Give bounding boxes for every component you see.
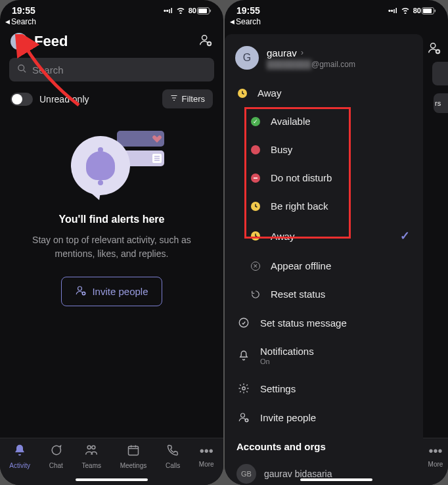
status-option-brb[interactable]: Be right back: [225, 192, 423, 220]
home-indicator: [300, 478, 372, 481]
status-icons: ••ıl 80: [164, 6, 212, 15]
header: G Feed: [0, 29, 223, 58]
search-icon: [17, 64, 27, 76]
unread-toggle[interactable]: Unread only: [11, 93, 89, 106]
settings[interactable]: Settings: [225, 374, 423, 403]
profile-avatar[interactable]: G: [11, 33, 28, 50]
profile-name: gaurav ›: [267, 47, 413, 58]
wifi-icon: [400, 6, 411, 15]
accounts-section-title: Accounts and orgs: [225, 432, 423, 457]
battery-icon: 80: [189, 7, 212, 14]
status-option-offline[interactable]: ✕ Appear offline: [225, 252, 423, 280]
dnd-status-icon: [251, 173, 260, 183]
screen-left: 19:55 ••ıl 80 ◀Search G Feed Search: [0, 0, 223, 485]
reset-icon: [251, 290, 260, 299]
back-to-search[interactable]: ◀Search: [225, 17, 448, 29]
svg-point-18: [239, 318, 248, 327]
chevron-right-icon: ›: [301, 48, 303, 57]
status-option-dnd[interactable]: Do not disturb: [225, 164, 423, 192]
teams-icon: [85, 444, 98, 460]
page-title: Feed: [34, 33, 192, 50]
add-person-icon[interactable]: [427, 41, 441, 58]
svg-rect-1: [198, 9, 207, 13]
phone-icon: [166, 444, 179, 460]
edit-icon: [238, 317, 250, 329]
status-time: 19:55: [236, 5, 260, 16]
account-avatar: GB: [236, 464, 256, 484]
calendar-icon: [127, 444, 140, 460]
tab-calls[interactable]: Calls: [166, 444, 180, 469]
svg-rect-17: [254, 177, 258, 179]
tab-chat[interactable]: Chat: [49, 444, 63, 469]
status-time: 19:55: [12, 5, 35, 16]
add-person-icon[interactable]: [198, 33, 213, 50]
back-to-search[interactable]: ◀Search: [0, 17, 223, 29]
svg-point-3: [202, 35, 207, 40]
bell-icon: [13, 444, 26, 460]
gear-icon: [238, 382, 250, 394]
status-option-available[interactable]: ✓ Available: [225, 107, 423, 135]
chat-icon: [49, 444, 62, 460]
status-bar: 19:55 ••ıl 80: [225, 0, 448, 17]
search-input[interactable]: Search: [9, 58, 214, 81]
tab-activity[interactable]: Activity: [9, 444, 30, 469]
svg-rect-2: [210, 9, 212, 12]
tab-meetings[interactable]: Meetings: [120, 444, 147, 469]
away-status-icon: [238, 89, 247, 98]
status-option-busy[interactable]: Busy: [225, 135, 423, 164]
filter-row: Unread only Filters: [0, 89, 223, 116]
battery-icon: 80: [413, 7, 436, 14]
current-status[interactable]: Away: [225, 79, 423, 107]
profile-avatar: G: [235, 46, 259, 70]
filters-button-peek[interactable]: rs: [434, 93, 448, 113]
svg-point-15: [431, 43, 436, 48]
tab-more[interactable]: ••• More: [423, 438, 448, 485]
add-person-icon: [238, 411, 250, 423]
svg-point-19: [242, 387, 246, 390]
profile-email: ████████@gmail.com: [267, 60, 413, 69]
empty-state: You'll find alerts here Stay on top of r…: [0, 116, 223, 313]
more-icon: •••: [200, 444, 213, 459]
invite-people[interactable]: Invite people: [225, 403, 423, 432]
bell-icon: [238, 350, 250, 361]
empty-subtitle: Stay on top of relevant activity, such a…: [18, 233, 205, 261]
status-icons: ••ıl 80: [388, 6, 436, 15]
wifi-icon: [175, 6, 186, 15]
reset-status[interactable]: Reset status: [225, 280, 423, 308]
check-icon: ✓: [400, 229, 410, 243]
bell-icon: [86, 151, 115, 180]
profile-header[interactable]: G gaurav › ████████@gmail.com: [225, 34, 423, 79]
offline-status-icon: ✕: [251, 262, 260, 271]
status-bar: 19:55 ••ıl 80: [0, 0, 223, 17]
svg-point-5: [18, 65, 24, 71]
filters-button[interactable]: Filters: [162, 89, 213, 108]
empty-title: You'll find alerts here: [59, 214, 165, 225]
tab-more[interactable]: ••• More: [199, 444, 214, 468]
empty-illustration: [59, 123, 164, 202]
svg-rect-13: [423, 9, 432, 13]
svg-point-9: [92, 446, 95, 449]
busy-status-icon: [251, 145, 260, 154]
set-status-message[interactable]: Set status message: [225, 308, 423, 337]
available-status-icon: ✓: [251, 117, 260, 126]
svg-rect-14: [435, 9, 436, 12]
svg-point-8: [87, 446, 91, 449]
invite-people-button[interactable]: Invite people: [61, 277, 162, 306]
svg-point-6: [78, 287, 82, 290]
home-indicator: [76, 478, 148, 481]
notifications[interactable]: Notifications On: [225, 337, 423, 374]
svg-point-20: [241, 413, 245, 417]
more-icon: •••: [428, 444, 442, 459]
add-person-icon: [75, 285, 87, 298]
filter-icon: [170, 94, 178, 104]
tab-teams[interactable]: Teams: [82, 444, 101, 469]
away-status-icon: [251, 231, 260, 241]
screen-right: 19:55 ••ıl 80 ◀Search rs G gaurav ›: [225, 0, 448, 485]
svg-rect-10: [128, 446, 138, 455]
status-option-away[interactable]: Away ✓: [225, 220, 423, 252]
brb-status-icon: [251, 202, 260, 211]
search-input-peek[interactable]: [432, 62, 448, 85]
profile-menu: G gaurav › ████████@gmail.com Away ✓ Ava…: [225, 34, 423, 485]
